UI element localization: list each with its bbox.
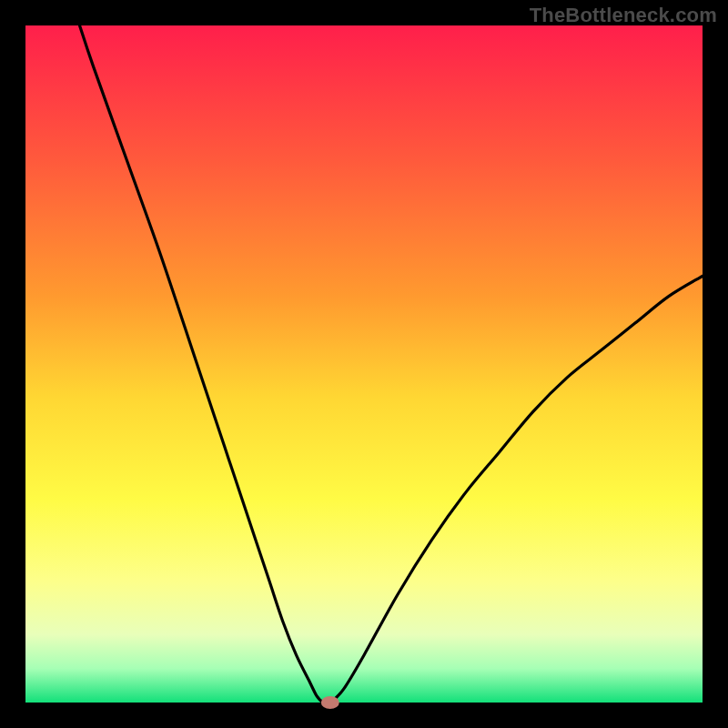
bottleneck-chart: [0, 0, 728, 728]
optimum-marker: [321, 696, 339, 709]
plot-background: [25, 25, 703, 703]
chart-frame: TheBottleneck.com: [0, 0, 728, 728]
